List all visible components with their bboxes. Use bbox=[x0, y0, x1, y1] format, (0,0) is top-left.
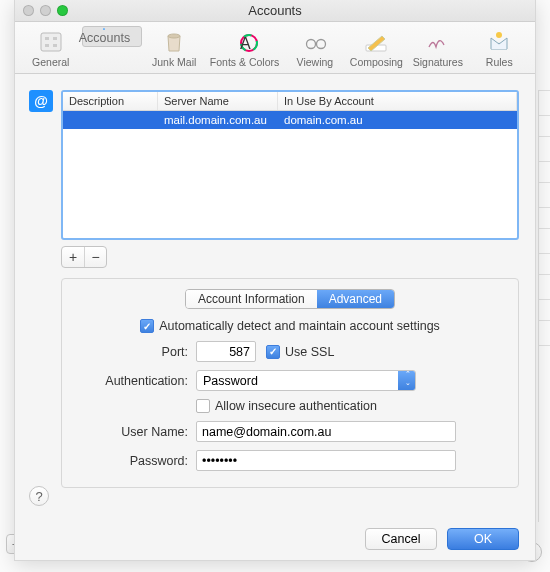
at-icon: @ bbox=[90, 28, 118, 30]
password-field[interactable] bbox=[196, 450, 456, 471]
server-list[interactable]: Description Server Name In Use By Accoun… bbox=[61, 90, 519, 240]
insecure-checkbox[interactable] bbox=[196, 399, 210, 413]
svg-rect-3 bbox=[45, 44, 49, 47]
tab-selector: Account Information Advanced bbox=[76, 289, 504, 309]
zoom-dot[interactable] bbox=[57, 5, 68, 16]
cell-server: mail.domain.com.au bbox=[158, 111, 278, 129]
fonts-icon: A bbox=[231, 29, 259, 55]
close-dot[interactable] bbox=[23, 5, 34, 16]
list-header: Description Server Name In Use By Accoun… bbox=[63, 92, 517, 111]
toolbar-general[interactable]: General bbox=[21, 26, 80, 71]
window-controls[interactable] bbox=[23, 5, 68, 16]
password-label: Password: bbox=[76, 454, 196, 468]
svg-text:A: A bbox=[240, 35, 251, 52]
svg-rect-1 bbox=[45, 37, 49, 40]
svg-rect-2 bbox=[53, 37, 57, 40]
toolbar-accounts[interactable]: @ Accounts bbox=[82, 26, 142, 47]
cell-description bbox=[63, 111, 158, 129]
signature-icon bbox=[424, 29, 452, 55]
account-badge-icon: @ bbox=[29, 90, 53, 112]
trash-icon bbox=[160, 29, 188, 55]
toolbar-label: Viewing bbox=[297, 56, 334, 68]
autodetect-label: Automatically detect and maintain accoun… bbox=[159, 319, 440, 333]
toolbar-label: Rules bbox=[486, 56, 513, 68]
col-description[interactable]: Description bbox=[63, 92, 158, 110]
toolbar-fonts[interactable]: A Fonts & Colors bbox=[206, 26, 283, 71]
insecure-label: Allow insecure authentication bbox=[215, 399, 377, 413]
glasses-icon bbox=[301, 29, 329, 55]
ok-button[interactable]: OK bbox=[447, 528, 519, 550]
svg-point-14 bbox=[496, 32, 502, 38]
svg-point-12 bbox=[316, 40, 325, 49]
auth-select[interactable]: Password bbox=[196, 370, 416, 391]
toolbar: General @ Accounts Junk Mail A Fonts & C… bbox=[15, 22, 535, 74]
accounts-window: Accounts General @ Accounts Junk Mail A … bbox=[14, 0, 536, 561]
tab-advanced[interactable]: Advanced bbox=[317, 290, 394, 308]
titlebar: Accounts bbox=[15, 0, 535, 22]
username-field[interactable] bbox=[196, 421, 456, 442]
cell-inuse: domain.com.au bbox=[278, 111, 517, 129]
minimize-dot[interactable] bbox=[40, 5, 51, 16]
col-servername[interactable]: Server Name bbox=[158, 92, 278, 110]
port-field[interactable] bbox=[196, 341, 256, 362]
help-button[interactable]: ? bbox=[29, 486, 49, 506]
col-inuse[interactable]: In Use By Account bbox=[278, 92, 517, 110]
remove-button[interactable]: − bbox=[84, 247, 106, 267]
bg-group-edge bbox=[538, 90, 550, 522]
toolbar-label: Junk Mail bbox=[152, 56, 196, 68]
add-remove-control: + − bbox=[61, 246, 107, 268]
svg-rect-4 bbox=[53, 44, 57, 47]
toolbar-label: Composing bbox=[350, 56, 403, 68]
window-title: Accounts bbox=[248, 3, 301, 18]
toolbar-viewing[interactable]: Viewing bbox=[285, 26, 344, 71]
toolbar-label: Accounts bbox=[79, 31, 130, 45]
auth-label: Authentication: bbox=[76, 374, 196, 388]
usessl-checkbox[interactable] bbox=[266, 345, 280, 359]
switches-icon bbox=[37, 29, 65, 55]
autodetect-checkbox[interactable] bbox=[140, 319, 154, 333]
tab-account-info[interactable]: Account Information bbox=[186, 290, 317, 308]
add-button[interactable]: + bbox=[62, 247, 84, 267]
pencil-icon bbox=[362, 29, 390, 55]
settings-panel: Account Information Advanced Automatical… bbox=[61, 278, 519, 488]
list-row[interactable]: mail.domain.com.au domain.com.au bbox=[63, 111, 517, 129]
port-label: Port: bbox=[76, 345, 196, 359]
toolbar-label: Fonts & Colors bbox=[210, 56, 279, 68]
toolbar-composing[interactable]: Composing bbox=[347, 26, 406, 71]
rules-icon bbox=[485, 29, 513, 55]
svg-point-7 bbox=[168, 34, 180, 38]
toolbar-junk[interactable]: Junk Mail bbox=[144, 26, 203, 71]
username-label: User Name: bbox=[76, 425, 196, 439]
svg-point-11 bbox=[306, 40, 315, 49]
toolbar-label: General bbox=[32, 56, 69, 68]
toolbar-signatures[interactable]: Signatures bbox=[408, 26, 467, 71]
cancel-button[interactable]: Cancel bbox=[365, 528, 437, 550]
toolbar-label: Signatures bbox=[413, 56, 463, 68]
svg-rect-0 bbox=[41, 33, 61, 51]
toolbar-rules[interactable]: Rules bbox=[470, 26, 529, 71]
usessl-label: Use SSL bbox=[285, 345, 334, 359]
sheet-body: @ Description Server Name In Use By Acco… bbox=[15, 74, 535, 516]
button-row: Cancel OK bbox=[15, 522, 535, 560]
